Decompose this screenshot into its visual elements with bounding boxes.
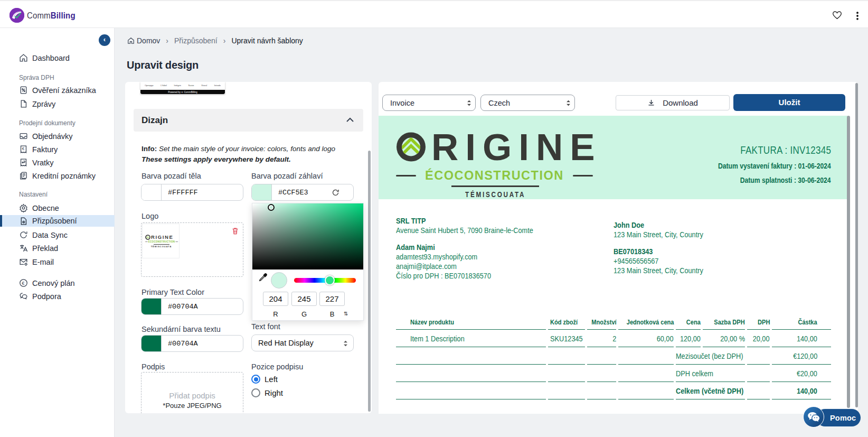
svg-text:€: € bbox=[22, 281, 24, 286]
svg-text:€: € bbox=[22, 146, 25, 151]
